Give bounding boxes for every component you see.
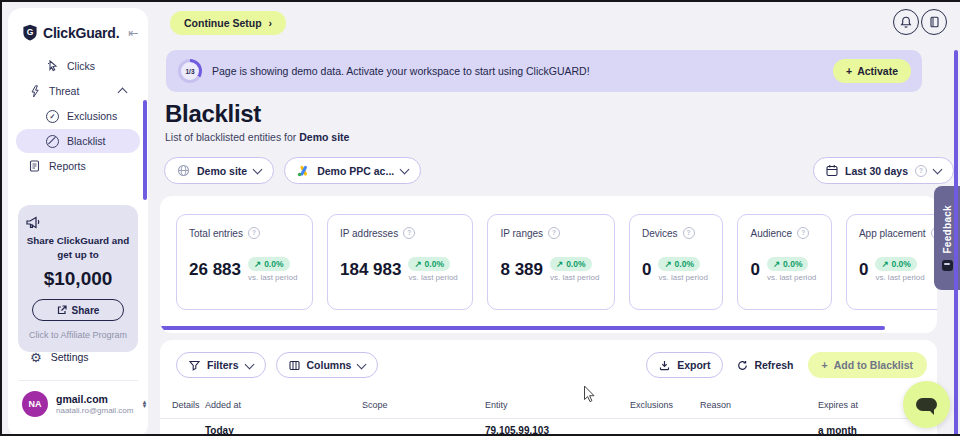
table-header-row: Details Added at Scope Entity Exclusions… [160, 400, 937, 410]
globe-icon [177, 164, 190, 177]
promo-heading: Share ClickGuard and get up to [25, 234, 131, 261]
site-selector-value: Demo site [197, 165, 247, 177]
affiliate-promo-card: Share ClickGuard and get up to $10,000 S… [18, 205, 138, 352]
stats-panel: Total entries ? 26 883 ↗0.0% vs. last pe… [160, 196, 937, 333]
activate-button[interactable]: + Activate [833, 59, 911, 83]
stat-label: App placement [859, 228, 926, 239]
add-to-blacklist-button[interactable]: + Add to Blacklist [808, 352, 928, 378]
settings-label: Settings [51, 351, 89, 363]
notifications-button[interactable] [893, 9, 919, 35]
plus-icon: + [822, 359, 828, 371]
continue-setup-label: Continue Setup [184, 17, 262, 29]
page-subtitle-text: List of blacklisted entities for [165, 131, 296, 143]
columns-icon [289, 360, 300, 371]
download-icon [659, 360, 670, 371]
stat-label: Total entries [189, 228, 243, 239]
sidebar-collapse-icon[interactable]: ⇤ [128, 26, 138, 40]
continue-setup-button[interactable]: Continue Setup › [170, 11, 286, 35]
vertical-scrollbar[interactable] [954, 50, 958, 436]
setup-progress-ring: 1/3 [178, 59, 202, 83]
sidebar: G ClickGuard. ⇤ Clicks Threat ✓ Exclusio… [8, 8, 148, 436]
sidebar-item-exclusions[interactable]: ✓ Exclusions [16, 104, 140, 128]
stat-value: 0 [859, 260, 868, 280]
stat-label: Devices [642, 228, 678, 239]
export-label: Export [677, 359, 710, 371]
docs-button[interactable] [921, 9, 947, 35]
trend-value: 0.0% [566, 259, 585, 269]
chat-widget-button[interactable] [903, 381, 950, 428]
gear-icon: ⚙ [30, 350, 42, 365]
chevron-down-icon [933, 165, 943, 175]
clicks-cursor-icon [46, 60, 59, 73]
help-icon[interactable]: ? [548, 227, 560, 239]
trend-value: 0.0% [425, 259, 444, 269]
help-icon[interactable]: ? [403, 227, 415, 239]
help-icon[interactable]: ? [797, 227, 809, 239]
sidebar-item-label: Clicks [67, 60, 140, 72]
sidebar-item-reports[interactable]: Reports [16, 154, 140, 178]
trend-badge: ↗0.0% [550, 257, 592, 271]
calendar-icon [826, 164, 838, 177]
help-icon[interactable]: ? [248, 227, 260, 239]
trend-up-icon: ↗ [773, 259, 780, 269]
sidebar-item-blacklist[interactable]: Blacklist [16, 129, 140, 153]
horizontal-scrollbar[interactable] [160, 326, 885, 330]
filters-button[interactable]: Filters [176, 352, 266, 378]
trend-up-icon: ↗ [414, 259, 421, 269]
column-header[interactable]: Reason [700, 400, 818, 410]
export-button[interactable]: Export [646, 352, 723, 378]
trend-badge: ↗0.0% [248, 257, 290, 271]
columns-button[interactable]: Columns [276, 352, 379, 378]
stats-cards-row: Total entries ? 26 883 ↗0.0% vs. last pe… [160, 196, 937, 310]
chevron-down-icon [244, 359, 254, 369]
column-header[interactable]: Added at [205, 400, 362, 410]
bell-icon [900, 16, 912, 29]
external-link-icon [57, 305, 67, 315]
threat-bolt-icon [28, 85, 41, 98]
column-header[interactable]: Scope [362, 400, 485, 410]
reports-document-icon [28, 160, 41, 173]
stat-label: IP ranges [500, 228, 543, 239]
stat-value: 8 389 [500, 260, 543, 280]
ppc-account-selector[interactable]: Demo PPC ac... [284, 157, 421, 184]
trend-value: 0.0% [783, 259, 802, 269]
chevron-updown-icon: ▲▼ [141, 400, 147, 409]
sidebar-item-clicks[interactable]: Clicks [16, 54, 140, 78]
brand-name: ClickGuard. [43, 25, 123, 41]
date-range-selector[interactable]: Last 30 days ? [813, 157, 954, 184]
window-edge-left [0, 0, 2, 436]
vs-last-period-label: vs. last period [658, 273, 710, 283]
chevron-up-icon [118, 88, 128, 98]
sidebar-item-threat[interactable]: Threat [16, 79, 140, 103]
demo-data-banner: 1/3 Page is showing demo data. Activate … [166, 50, 922, 92]
vs-last-period-label: vs. last period [408, 273, 460, 283]
stat-card: Audience ? 0 ↗0.0% vs. last period [737, 214, 831, 310]
book-icon [929, 16, 940, 28]
trend-badge: ↗0.0% [875, 257, 917, 271]
user-menu[interactable]: NA gmail.com naatali.ro@gmail.com ▲▼ [8, 391, 148, 417]
trend-up-icon: ↗ [664, 259, 671, 269]
sidebar-scrollbar[interactable] [143, 100, 147, 200]
sidebar-item-settings[interactable]: ⚙ Settings [8, 345, 170, 369]
trend-up-icon: ↗ [556, 259, 563, 269]
share-button[interactable]: Share [32, 299, 124, 321]
stat-value: 0 [750, 260, 759, 280]
site-selector[interactable]: Demo site [164, 157, 274, 184]
page-subtitle-site: Demo site [299, 131, 349, 143]
column-header[interactable]: Exclusions [630, 400, 700, 410]
svg-text:G: G [27, 27, 34, 37]
chat-bubble-icon [916, 398, 937, 411]
google-ads-icon [297, 165, 310, 177]
stat-value: 26 883 [189, 260, 241, 280]
trend-badge: ↗0.0% [767, 257, 809, 271]
sidebar-item-label: Exclusions [67, 110, 140, 122]
help-icon[interactable]: ? [683, 227, 695, 239]
help-icon: ? [915, 165, 927, 177]
refresh-button[interactable]: Refresh [737, 359, 793, 371]
feedback-label: Feedback [942, 205, 953, 254]
trend-badge: ↗0.0% [658, 257, 700, 271]
promo-caption[interactable]: Click to Affiliate Program [25, 330, 131, 340]
column-header[interactable]: Details [172, 400, 205, 410]
chevron-down-icon [400, 165, 410, 175]
column-header[interactable]: Entity [485, 400, 630, 410]
